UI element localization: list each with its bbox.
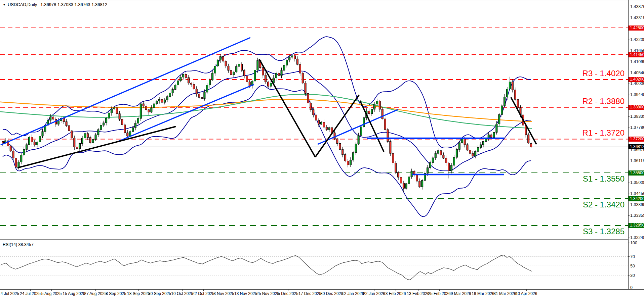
- candle-body: [209, 80, 211, 85]
- candle-body: [201, 97, 203, 99]
- candle-body: [294, 56, 296, 59]
- candle-body: [52, 117, 54, 119]
- ohlc-readout: 1.36978 1.37033 1.36763 1.36812: [40, 2, 107, 7]
- price-tick-mark: [628, 128, 630, 128]
- rsi-tick-mark: [628, 243, 630, 243]
- price-level-box: 1.32850: [629, 223, 644, 228]
- rsi-tick-mark: [628, 275, 630, 276]
- candle-body: [352, 153, 354, 160]
- main-chart-canvas[interactable]: R3 - 1.4020R2 - 1.3880R1 - 1.3720S1 - 1.…: [0, 0, 628, 240]
- candle-body: [100, 125, 102, 130]
- price-tick-mark: [628, 84, 630, 84]
- candle-body: [228, 66, 229, 70]
- candle-body: [504, 97, 506, 106]
- time-tick-label: 30 Sep 2025: [148, 291, 171, 296]
- candle-body: [408, 177, 410, 184]
- sr-level-label: R1 - 1.3720: [582, 128, 625, 137]
- sr-level-label: S3 - 1.3285: [583, 227, 625, 236]
- candle-body: [121, 119, 123, 125]
- time-tick-label: 15 Aug 2025: [63, 291, 85, 296]
- candle-body: [472, 153, 474, 156]
- candle-body: [509, 82, 511, 89]
- time-tick-mark: [203, 290, 204, 291]
- candle-body: [482, 142, 484, 145]
- time-tick-label: 5 Dec 2025: [278, 291, 298, 296]
- time-tick-mark: [374, 290, 374, 291]
- candle-body: [217, 60, 218, 66]
- candle-body: [268, 82, 269, 86]
- time-tick-label: 8 Sep 2025: [106, 291, 126, 296]
- candle-body: [164, 100, 165, 102]
- candle-body: [328, 128, 330, 130]
- price-axis[interactable]: 1.438701.433151.422051.416501.410951.405…: [629, 0, 644, 289]
- candle-body: [371, 109, 373, 114]
- candle-body: [347, 161, 349, 165]
- candle-body: [129, 132, 131, 136]
- candle-body: [512, 82, 513, 90]
- candle-body: [95, 135, 96, 139]
- price-level-box: 1.40200: [629, 77, 644, 82]
- blue-trendline: [118, 85, 254, 142]
- price-tick-mark: [628, 51, 630, 51]
- candle-body: [514, 90, 516, 99]
- time-tick-mark: [268, 290, 268, 291]
- price-tick-mark: [628, 161, 630, 161]
- window-top-border: [0, 0, 644, 0]
- time-tick-label: 3 Feb 2026: [386, 291, 406, 296]
- time-tick-mark: [418, 290, 418, 291]
- candle-body: [23, 149, 25, 155]
- candle-body: [116, 108, 118, 114]
- candle-body: [89, 138, 91, 143]
- candle-body: [238, 64, 240, 66]
- bollinger-upper-band: [3, 37, 531, 148]
- candle-body: [18, 162, 19, 167]
- candle-body: [12, 151, 14, 158]
- candle-body: [384, 119, 386, 130]
- candle-body: [68, 126, 70, 131]
- rsi-panel-canvas[interactable]: [0, 241, 628, 289]
- candle-body: [403, 183, 404, 188]
- candle-body: [398, 172, 399, 177]
- price-tick-label: 1.33355: [630, 213, 644, 218]
- candle-body: [161, 99, 163, 102]
- price-tick-mark: [628, 7, 630, 7]
- candle-body: [490, 135, 492, 137]
- candle-body: [448, 163, 450, 171]
- candle-body: [254, 70, 256, 81]
- candle-body: [360, 127, 362, 136]
- candle-body: [135, 123, 136, 128]
- rsi-tick-label: 100: [630, 241, 637, 245]
- candle-body: [496, 124, 497, 133]
- candle-body: [249, 82, 250, 86]
- time-axis[interactable]: 14 Jul 202524 Jul 20255 Aug 202515 Aug 2…: [0, 290, 644, 298]
- candle-body: [153, 104, 155, 108]
- candle-body: [219, 56, 221, 60]
- price-level-box: 1.36812: [629, 144, 644, 149]
- main-rsi-divider[interactable]: [0, 239, 629, 240]
- candle-body: [246, 76, 248, 82]
- candle-body: [493, 132, 495, 137]
- candle-body: [87, 134, 88, 138]
- candle-body: [29, 137, 30, 145]
- candle-body: [79, 144, 81, 149]
- candle-body: [350, 160, 351, 165]
- candle-body: [108, 113, 110, 118]
- candle-body: [193, 84, 195, 89]
- sr-level-label: S1 - 1.3550: [583, 174, 625, 183]
- candle-body: [262, 67, 264, 75]
- time-tick-mark: [483, 290, 483, 291]
- candle-body: [124, 125, 126, 133]
- candle-body: [313, 110, 314, 115]
- time-tick-label: 22 Jan 2026: [363, 291, 385, 296]
- rsi-top-border: [0, 241, 629, 241]
- candle-body: [278, 73, 280, 76]
- candle-body: [113, 108, 115, 109]
- candle-body: [400, 177, 402, 183]
- symbol-marker-icon[interactable]: ▼: [3, 3, 6, 6]
- time-tick-mark: [439, 290, 440, 291]
- candle-body: [374, 104, 375, 109]
- candle-body: [339, 144, 341, 150]
- candle-body: [440, 151, 442, 155]
- candle-body: [174, 85, 176, 90]
- candle-body: [451, 165, 452, 171]
